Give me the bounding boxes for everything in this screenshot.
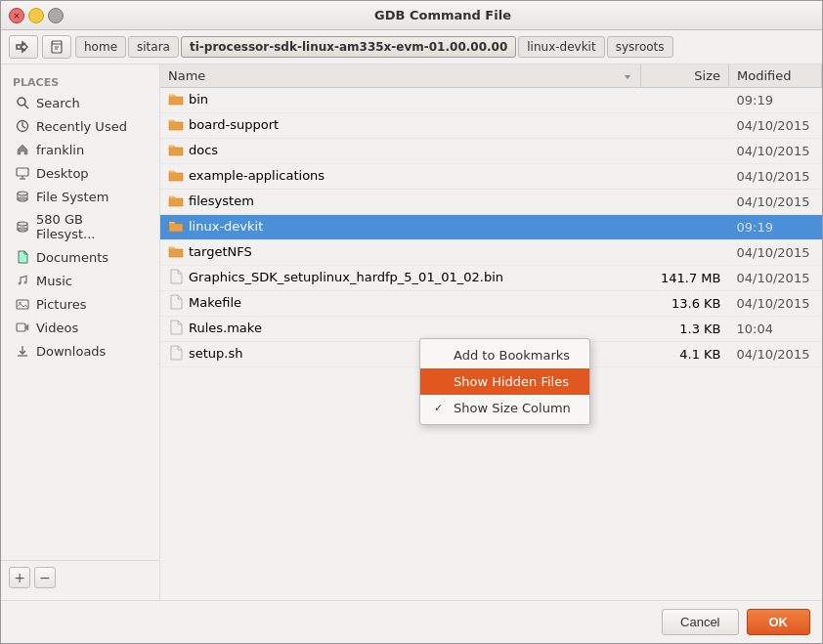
toolbar: home sitara ti-processor-sdk-linux-am335… — [1, 30, 822, 64]
column-header-name[interactable]: Name — [160, 64, 641, 88]
desktop-icon — [15, 165, 30, 181]
column-header-size[interactable]: Size — [641, 64, 729, 88]
file-size-cell: 4.1 KB — [641, 342, 729, 367]
file-icon — [168, 294, 184, 310]
drive-icon — [15, 189, 30, 204]
checkmark-icon: ✓ — [434, 402, 448, 414]
file-size-cell — [641, 215, 729, 240]
file-modified-cell: 04/10/2015 — [729, 139, 822, 164]
table-row[interactable]: targetNFS04/10/2015 — [160, 240, 822, 266]
file-name-text: bin — [189, 92, 208, 107]
home-icon — [15, 142, 30, 157]
sidebar-item-videos[interactable]: Videos — [3, 316, 157, 339]
context-menu-show-size[interactable]: ✓ Show Size Column — [420, 395, 589, 421]
maximize-button[interactable] — [48, 8, 64, 23]
breadcrumb: home sitara ti-processor-sdk-linux-am335… — [75, 36, 814, 58]
table-row[interactable]: example-applications04/10/2015 — [160, 164, 822, 190]
back-icon — [16, 39, 31, 55]
sidebar-item-filesystem[interactable]: File System — [3, 185, 157, 208]
sidebar-label-pictures: Pictures — [36, 297, 86, 312]
clock-icon — [15, 118, 30, 134]
column-header-modified[interactable]: Modified — [729, 64, 822, 88]
sidebar-label-franklin: franklin — [36, 143, 84, 157]
context-menu-add-bookmarks[interactable]: Add to Bookmarks — [420, 342, 589, 368]
sidebar-item-search[interactable]: Search — [3, 91, 157, 114]
table-row[interactable]: Graphics_SDK_setuplinux_hardfp_5_01_01_0… — [160, 266, 822, 291]
remove-bookmark-button[interactable]: − — [34, 567, 56, 588]
file-name-cell: filesystem — [168, 193, 254, 208]
sidebar-item-documents[interactable]: Documents — [3, 245, 157, 269]
table-row[interactable]: docs04/10/2015 — [160, 139, 822, 164]
main-area: Places Search Re — [1, 64, 822, 600]
file-size-cell: 13.6 KB — [641, 291, 729, 317]
sidebar-item-recently-used[interactable]: Recently Used — [3, 114, 157, 138]
file-name-cell: docs — [168, 142, 218, 157]
context-menu-show-size-label: Show Size Column — [454, 401, 571, 415]
sidebar-item-580gb[interactable]: 580 GB Filesyst... — [3, 208, 157, 245]
breadcrumb-linux-devkit[interactable]: linux-devkit — [518, 36, 604, 58]
add-bookmark-button[interactable]: + — [9, 567, 30, 588]
cancel-button[interactable]: Cancel — [662, 609, 738, 635]
videos-icon — [15, 320, 30, 335]
sidebar-label-music: Music — [36, 274, 72, 288]
file-modified-cell: 09:19 — [729, 215, 822, 240]
file-name-text: Makefile — [189, 295, 241, 310]
sidebar-item-music[interactable]: Music — [3, 269, 157, 292]
svg-rect-6 — [17, 168, 28, 176]
sidebar: Places Search Re — [1, 64, 160, 600]
breadcrumb-sitara[interactable]: sitara — [128, 36, 179, 58]
table-row[interactable]: filesystem04/10/2015 — [160, 190, 822, 215]
file-modified-cell: 04/10/2015 — [729, 266, 822, 291]
minimize-button[interactable] — [28, 8, 44, 23]
file-table: Name Size Modified — [160, 64, 822, 367]
file-modified-cell: 04/10/2015 — [729, 190, 822, 215]
main-window: × GDB Command File home sitara ti-proces… — [0, 0, 823, 644]
file-modified-cell: 04/10/2015 — [729, 113, 822, 139]
file-modified-cell: 04/10/2015 — [729, 240, 822, 266]
sidebar-item-franklin[interactable]: franklin — [3, 138, 157, 161]
ok-button[interactable]: OK — [747, 609, 811, 635]
svg-line-2 — [24, 105, 28, 108]
file-modified-cell: 10:04 — [729, 317, 822, 342]
sidebar-item-desktop[interactable]: Desktop — [3, 161, 157, 185]
sidebar-label-desktop: Desktop — [36, 166, 89, 181]
file-area: Name Size Modified — [160, 64, 822, 600]
sidebar-label-580gb: 580 GB Filesyst... — [36, 212, 146, 241]
file-name-text: board-support — [189, 117, 279, 132]
file-name-cell: linux-devkit — [168, 218, 263, 234]
sidebar-label-downloads: Downloads — [36, 344, 106, 359]
footer: Cancel OK — [1, 600, 822, 643]
breadcrumb-home[interactable]: home — [75, 36, 126, 58]
sidebar-label-videos: Videos — [36, 321, 78, 335]
file-icon — [168, 269, 184, 284]
breadcrumb-sdk[interactable]: ti-processor-sdk-linux-am335x-evm-01.00.… — [181, 36, 516, 58]
file-name-text: Rules.make — [189, 321, 262, 335]
sidebar-bottom: + − — [1, 560, 159, 594]
table-row[interactable]: linux-devkit09:19 — [160, 215, 822, 240]
file-size-cell — [641, 113, 729, 139]
svg-point-16 — [24, 281, 27, 284]
table-row[interactable]: Makefile13.6 KB04/10/2015 — [160, 291, 822, 317]
close-button[interactable]: × — [9, 8, 24, 23]
context-menu-show-hidden[interactable]: Show Hidden Files — [420, 368, 589, 395]
table-row[interactable]: bin09:19 — [160, 88, 822, 113]
bookmarks-button[interactable] — [42, 35, 71, 59]
sidebar-label-filesystem: File System — [36, 190, 108, 204]
folder-icon — [168, 116, 184, 132]
file-name-text: example-applications — [189, 168, 325, 183]
pictures-icon — [15, 296, 30, 312]
file-modified-cell: 04/10/2015 — [729, 291, 822, 317]
breadcrumb-sysroots[interactable]: sysroots — [607, 36, 673, 58]
back-button[interactable] — [9, 35, 38, 59]
file-modified-cell: 04/10/2015 — [729, 342, 822, 367]
window-controls: × — [9, 8, 64, 23]
file-scroll-area[interactable]: Name Size Modified — [160, 64, 822, 600]
table-row[interactable]: board-support04/10/2015 — [160, 113, 822, 139]
file-size-cell — [641, 240, 729, 266]
close-icon: × — [13, 11, 21, 21]
sidebar-item-downloads[interactable]: Downloads — [3, 339, 157, 363]
file-size-cell — [641, 164, 729, 190]
sidebar-item-pictures[interactable]: Pictures — [3, 292, 157, 316]
file-size-cell — [641, 139, 729, 164]
file-name-cell: Makefile — [168, 294, 241, 310]
